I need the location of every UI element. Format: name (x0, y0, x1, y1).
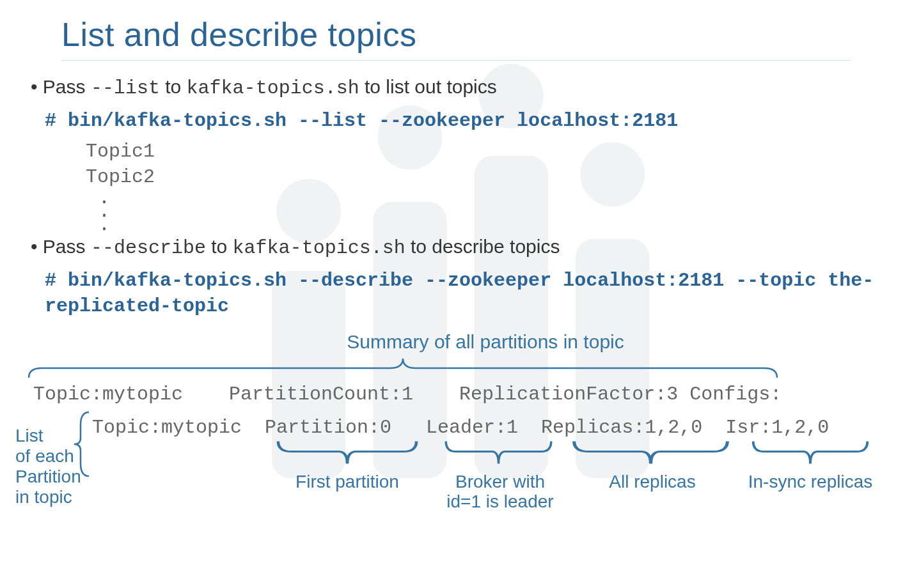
command-describe: # bin/kafka-topics.sh --describe --zooke… (45, 268, 897, 320)
output-ellipsis: ... (98, 192, 897, 232)
output-topic-1: Topic1 (86, 141, 897, 162)
inline-code-list-flag: --list (91, 77, 160, 99)
bullet-list-suffix: to list out topics (359, 76, 497, 97)
slide-title: List and describe topics (61, 15, 897, 54)
label-leader: Broker with id=1 is leader (436, 472, 564, 512)
bullet-describe: Pass --describe to kafka-topics.sh to de… (31, 236, 897, 259)
brace-summary (26, 355, 780, 381)
brace-replicas (569, 438, 732, 467)
bullet-list: Pass --list to kafka-topics.sh to list o… (31, 76, 897, 99)
bullet-describe-mid: to (206, 236, 233, 257)
label-isr: In-sync replicas (737, 472, 884, 491)
inline-code-describe-cmd: kafka-topics.sh (233, 237, 405, 259)
brace-leader (443, 438, 554, 467)
inline-code-list-cmd: kafka-topics.sh (187, 77, 359, 99)
label-first-partition: First partition (274, 472, 421, 491)
output-topic-2: Topic2 (86, 166, 897, 188)
describe-row-2: Topic:mytopic Partition:0 Leader:1 Repli… (92, 417, 829, 438)
summary-annotation: Summary of all partitions in topic (246, 331, 725, 353)
describe-output-diagram: Topic:mytopic PartitionCount:1 Replicati… (15, 355, 897, 553)
title-rule (61, 60, 851, 61)
label-replicas: All replicas (582, 472, 723, 491)
inline-code-describe-flag: --describe (91, 237, 206, 259)
describe-row-1: Topic:mytopic PartitionCount:1 Replicati… (33, 383, 782, 405)
brace-isr (750, 438, 871, 467)
command-list: # bin/kafka-topics.sh --list --zookeeper… (45, 108, 897, 134)
bullet-describe-prefix: Pass (43, 236, 91, 257)
left-annotation: List of each Partition in topic (15, 426, 79, 508)
bullet-list-prefix: Pass (43, 76, 91, 97)
bullet-describe-suffix: to describe topics (405, 236, 560, 257)
bullet-list-mid: to (160, 76, 187, 97)
brace-partition (274, 438, 421, 467)
